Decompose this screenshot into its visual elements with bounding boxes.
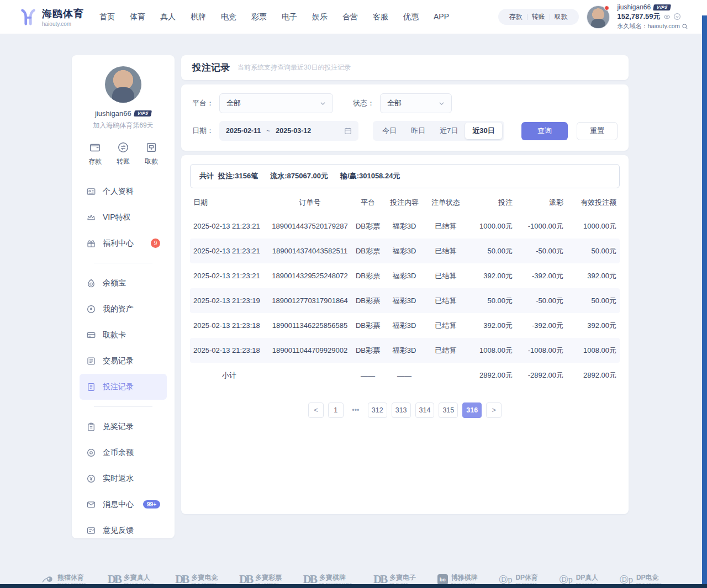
- atm-icon: [145, 141, 157, 153]
- sidebar-item-label: VIP特权: [103, 213, 160, 223]
- page-header: 投注记录 当前系统支持查询最近30日的投注记录: [181, 55, 629, 80]
- calendar-icon: [344, 127, 352, 135]
- sidebar-item-label: 福利中心: [103, 239, 144, 248]
- page-313-button[interactable]: 313: [392, 402, 411, 418]
- page-316-button[interactable]: 316: [462, 402, 482, 418]
- profile-avatar[interactable]: [105, 66, 141, 103]
- sidebar-item-profile[interactable]: 个人资料: [80, 178, 167, 204]
- divider: [94, 263, 152, 263]
- panda-sports-icon: [42, 575, 54, 585]
- query-button[interactable]: 查询: [521, 122, 568, 140]
- col-platform: 平台: [351, 198, 384, 208]
- deposit-label: 存款: [88, 157, 102, 166]
- sidebar-item-bet-records[interactable]: 投注记录: [80, 374, 167, 400]
- nav-esports[interactable]: 电竞: [221, 12, 236, 22]
- nav-live[interactable]: 真人: [160, 12, 176, 22]
- table-row: 2025-02-13 21:23:21 1890014329525248072 …: [190, 263, 620, 288]
- db-mark-icon: DB: [303, 574, 316, 585]
- nav-support[interactable]: 客服: [373, 12, 388, 22]
- table-row: 2025-02-13 21:23:18 1890011044709929002 …: [190, 338, 620, 363]
- transfer-button[interactable]: 转账: [117, 141, 130, 166]
- range-yesterday[interactable]: 昨日: [404, 123, 432, 139]
- pagination: < 1 ••• 312 313 314 315 316 >: [190, 402, 620, 418]
- chevron-down-icon: [320, 100, 326, 107]
- filter-panel: 平台： 全部 状态： 全部 日期： 2025-02-11 ~ 2025-03-1…: [181, 84, 629, 151]
- balance: 152,787.59元: [618, 12, 661, 22]
- sidebar-item-prize-records[interactable]: 兑奖记录: [80, 414, 167, 439]
- prev-page-button[interactable]: <: [308, 402, 324, 418]
- sidebar-item-label: 取款卡: [103, 330, 160, 340]
- boya-mark-icon: bo: [437, 574, 448, 585]
- status-label: 状态：: [353, 98, 374, 108]
- page-title: 投注记录: [192, 61, 230, 74]
- deposit-link[interactable]: 存款: [505, 12, 527, 22]
- col-payout: 派彩: [516, 198, 567, 208]
- nav-affiliate[interactable]: 合营: [342, 12, 358, 22]
- transfer-link[interactable]: 转账: [527, 12, 550, 22]
- quick-range-group: 今日 昨日 近7日 近30日: [373, 121, 504, 141]
- sidebar-vip-badge: VIP5: [134, 110, 152, 116]
- page-314-button[interactable]: 314: [415, 402, 435, 418]
- nav-promos[interactable]: 优惠: [403, 12, 419, 22]
- sidebar-item-feedback[interactable]: 意见反馈: [80, 517, 167, 538]
- sidebar-item-welfare[interactable]: 福利中心 9: [80, 230, 167, 256]
- sidebar-item-yuebao[interactable]: 余额宝: [80, 270, 167, 296]
- range-7days[interactable]: 近7日: [432, 123, 465, 139]
- withdraw-link[interactable]: 取款: [550, 12, 572, 22]
- nav-sports[interactable]: 体育: [130, 12, 145, 22]
- subtotal-label: 小计: [190, 370, 268, 380]
- refresh-balance-icon[interactable]: [673, 13, 681, 20]
- col-date: 日期: [190, 198, 268, 208]
- nav-lottery[interactable]: 彩票: [251, 12, 267, 22]
- sidebar-item-label: 个人资料: [103, 187, 160, 197]
- summary-winloss: 输/赢:301058.24元: [340, 171, 400, 181]
- reset-button[interactable]: 重置: [577, 122, 618, 140]
- sidebar-item-assets[interactable]: 我的资产: [80, 296, 167, 322]
- date-separator: ~: [266, 127, 270, 135]
- brand-domain: haiouty.com: [42, 21, 84, 27]
- nav-home[interactable]: 首页: [99, 12, 115, 22]
- dp-mark-icon: Ⓓp: [560, 575, 573, 584]
- crown-icon: [86, 213, 96, 223]
- sidebar-item-messages[interactable]: 消息中心 99+: [80, 491, 167, 517]
- page-1-button[interactable]: 1: [328, 402, 344, 418]
- col-content: 投注内容: [384, 198, 424, 208]
- status-select[interactable]: 全部: [380, 93, 452, 113]
- next-page-button[interactable]: >: [486, 402, 502, 418]
- date-range-input[interactable]: 2025-02-11 ~ 2025-03-12: [219, 121, 358, 141]
- divider: [94, 406, 152, 407]
- list-icon: [86, 356, 96, 366]
- permanent-domain-note: 永久域名：haiouty.com: [618, 22, 680, 30]
- search-icon[interactable]: [682, 23, 688, 30]
- eye-icon[interactable]: [663, 13, 671, 20]
- range-today[interactable]: 今日: [375, 123, 404, 139]
- bank-card-icon: [86, 330, 96, 340]
- brand-logo[interactable]: 海鸥体育 haiouty.com: [19, 7, 84, 27]
- nav-boardgames[interactable]: 棋牌: [191, 12, 206, 22]
- rebate-icon: [86, 474, 96, 484]
- sidebar-item-label: 投注记录: [103, 382, 160, 392]
- pagination-ellipsis: •••: [348, 402, 363, 418]
- sidebar-item-vip[interactable]: VIP特权: [80, 204, 167, 230]
- nav-app[interactable]: APP: [434, 12, 449, 22]
- chevron-down-icon: [439, 100, 445, 107]
- range-30days[interactable]: 近30日: [465, 123, 502, 139]
- page-315-button[interactable]: 315: [439, 402, 458, 418]
- summary-bets: 投注:3156笔: [218, 171, 258, 181]
- deposit-button[interactable]: 存款: [88, 141, 102, 166]
- platform-select[interactable]: 全部: [219, 93, 333, 113]
- dp-mark-icon: Ⓓp: [499, 575, 512, 584]
- page-312-button[interactable]: 312: [368, 402, 387, 418]
- sidebar-item-withdraw-card[interactable]: 取款卡: [80, 322, 167, 348]
- sidebar-item-label: 实时返水: [103, 474, 160, 484]
- sidebar-item-transactions[interactable]: 交易记录: [80, 348, 167, 374]
- top-right-area: 存款 转账 取款 jiushigan66 VIP5 152,787.59元: [498, 3, 689, 30]
- sidebar-item-rebate[interactable]: 实时返水: [80, 465, 167, 491]
- withdraw-button[interactable]: 取款: [145, 141, 158, 166]
- nav-slots[interactable]: 电子: [282, 12, 297, 22]
- dp-mark-icon: Ⓓp: [620, 575, 633, 584]
- nav-entertainment[interactable]: 娱乐: [312, 12, 328, 22]
- col-order-no: 订单号: [268, 198, 351, 208]
- table-row: 2025-02-13 21:23:18 1890011346225856585 …: [190, 313, 620, 338]
- sidebar-item-coin-balance[interactable]: 金币余额: [80, 439, 167, 465]
